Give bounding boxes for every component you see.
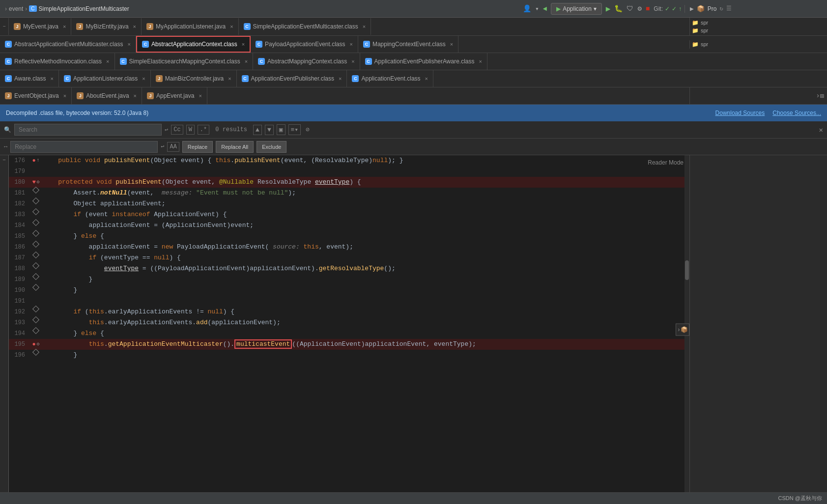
tab-close-applicationevent[interactable]: × <box>425 76 428 82</box>
tab-label-mainbizcontroller: MainBizController.java <box>165 75 224 82</box>
tab-close-mainbizcontroller[interactable]: × <box>228 76 231 82</box>
tab-close-myapplistener[interactable]: × <box>230 24 233 29</box>
search-prev-icon[interactable]: ▲ <box>253 125 262 135</box>
maven-item-1[interactable]: 📁 spr <box>692 19 825 27</box>
tab-abstractappcontext[interactable]: C AbstractApplicationContext.class × <box>136 36 251 53</box>
tab-appevent[interactable]: J AppEvent.java × <box>142 87 207 104</box>
v-scroll-thumb[interactable] <box>685 260 689 280</box>
coverage-icon[interactable]: 🛡 <box>627 5 633 13</box>
tab-applicationevent[interactable]: C ApplicationEvent.class × <box>347 70 433 87</box>
code-line-184: 184 applicationEvent = (ApplicationEvent… <box>9 220 689 231</box>
search-input[interactable] <box>14 124 162 136</box>
breakpoint-176[interactable]: ● ↑ <box>32 155 39 166</box>
tab-icon-payloadappevent: C <box>256 41 262 48</box>
search-options-icon[interactable]: ≡▾ <box>288 124 301 135</box>
replace-input[interactable] <box>10 141 158 153</box>
tab-applicationeventpublisheraware[interactable]: C ApplicationEventPublisherAware.class × <box>360 53 487 70</box>
code-content-180: protected void publishEvent(Object event… <box>41 177 689 188</box>
code-content-189: } <box>41 274 689 285</box>
tab-close-simpleappeventmulticaster[interactable]: × <box>363 24 366 29</box>
build-icon[interactable]: ⚙ <box>637 4 641 13</box>
code-line-191: 191 <box>9 296 689 307</box>
search-undo-icon[interactable]: ↩ <box>165 126 168 134</box>
tab-close-myevent[interactable]: × <box>63 24 66 29</box>
tab-close-aboutevent[interactable]: × <box>134 93 137 99</box>
tab-close-mappingcontextevent[interactable]: × <box>450 41 453 47</box>
stop-icon[interactable]: ■ <box>646 5 650 13</box>
tab-myapplistener[interactable]: J MyApplicationListener.java × <box>142 18 239 35</box>
tab-close-appevent[interactable]: × <box>199 93 201 99</box>
code-line-195: 195 ● ◇ this.getApplicationEventMulticas… <box>9 339 689 350</box>
breakpoint-195[interactable]: ● ◇ <box>32 339 39 350</box>
collapse-left-1[interactable]: − <box>0 18 9 35</box>
maven-item-3[interactable]: 📁 spr <box>692 41 708 48</box>
tab-close-abstractappcontext[interactable]: × <box>242 41 245 47</box>
tab-payloadappevent[interactable]: C PayloadApplicationEvent.class × <box>251 36 358 53</box>
left-strip-collapse[interactable]: − <box>2 157 6 163</box>
tab-close-applicationeventpublisher[interactable]: × <box>339 76 342 82</box>
maven-menu-icon[interactable]: ☰ <box>726 5 732 12</box>
maven-refresh-icon[interactable]: ↻ <box>720 5 723 12</box>
title-bar: › event › C SimpleApplicationEventMultic… <box>0 0 827 18</box>
replace-button[interactable]: Replace <box>182 141 213 153</box>
tab-applicationeventpublisher[interactable]: C ApplicationEventPublisher.class × <box>237 70 347 87</box>
exclude-button[interactable]: Exclude <box>257 141 286 153</box>
tab-applicationlistener[interactable]: C ApplicationListener.class × <box>59 70 151 87</box>
tab-close-eventobject[interactable]: × <box>63 93 66 99</box>
expand-right-icon[interactable]: › <box>816 92 820 100</box>
tab-eventobject[interactable]: J EventObject.java × <box>0 87 72 104</box>
code-content-192: if (this.earlyApplicationEvents != null)… <box>41 307 689 317</box>
run-button[interactable]: ▶ <box>606 4 611 14</box>
replace-undo-icon[interactable]: ↩ <box>161 143 164 150</box>
tab-reflectivemethodinvocation[interactable]: C ReflectiveMethodInvocation.class × <box>0 53 115 70</box>
gutter-diamond-187 <box>32 252 39 258</box>
tab-mappingcontextevent[interactable]: C MappingContextEvent.class × <box>358 36 458 53</box>
tab-row-2: C AbstractApplicationEventMulticaster.cl… <box>0 36 827 53</box>
tab-mybizentity[interactable]: J MyBizEntity.java × <box>71 18 142 35</box>
search-case-icon[interactable]: Cc <box>171 125 183 135</box>
expand-right-icon2[interactable]: ⊞ <box>820 92 824 100</box>
reader-mode-label[interactable]: Reader Mode <box>648 159 684 166</box>
tab-close-reflectivemethodinvocation[interactable]: × <box>106 58 109 64</box>
search-close-button[interactable]: ✕ <box>819 126 823 134</box>
tab-myevent[interactable]: J MyEvent.java × <box>9 18 71 35</box>
tab-close-payloadappevent[interactable]: × <box>350 41 353 47</box>
tab-abstractmappingcontext[interactable]: C AbstractMappingContext.class × <box>253 53 360 70</box>
tab-mainbizcontroller[interactable]: J MainBizController.java × <box>151 70 237 87</box>
maven-collapse-button[interactable]: › 📦 <box>676 324 689 336</box>
search-next-icon[interactable]: ▼ <box>265 125 274 135</box>
search-regex-icon[interactable]: .* <box>198 125 209 135</box>
code-content-188: eventType = ((PayloadApplicationEvent)ap… <box>41 263 689 274</box>
tab-close-aware[interactable]: × <box>50 76 53 82</box>
line-num-180: 180 <box>9 177 31 188</box>
maven-item-2[interactable]: 📁 spr <box>692 27 825 34</box>
code-line-179: 179 <box>9 166 689 177</box>
gutter-194 <box>31 328 41 333</box>
app-dropdown[interactable]: ▶ Application ▾ <box>551 3 602 15</box>
gutter-195: ● ◇ <box>31 339 41 350</box>
tab-close-abstractappeventmulticaster[interactable]: × <box>127 41 130 47</box>
back-icon[interactable]: ◄ <box>543 5 547 13</box>
tab-aware[interactable]: C Aware.class × <box>0 70 59 87</box>
maven-items: 📁 spr 📁 spr <box>689 18 827 35</box>
search-context-icon[interactable]: ▣ <box>277 124 285 135</box>
tab-close-applicationlistener[interactable]: × <box>142 76 145 82</box>
tab-close-simpleelasticsearchmappingcontext[interactable]: × <box>245 58 248 64</box>
tab-icon-myapplistener: J <box>146 23 153 30</box>
maven-expand-icon[interactable]: ▶ <box>690 5 694 13</box>
debug-icon[interactable]: 🐛 <box>614 4 623 13</box>
search-word-icon[interactable]: W <box>186 125 195 135</box>
breakpoint-180[interactable]: ♥ ◇ <box>32 177 39 188</box>
search-filter-icon[interactable]: ⊘ <box>304 125 312 135</box>
download-sources-link[interactable]: Download Sources <box>715 110 765 116</box>
tab-close-abstractmappingcontext[interactable]: × <box>351 58 354 64</box>
tab-abstractappeventmulticaster[interactable]: C AbstractApplicationEventMulticaster.cl… <box>0 36 136 53</box>
tab-close-mybizentity[interactable]: × <box>133 24 136 29</box>
tab-aboutevent[interactable]: J AboutEvent.java × <box>72 87 142 104</box>
choose-sources-link[interactable]: Choose Sources... <box>772 110 821 116</box>
replace-all-button[interactable]: Replace All <box>216 141 254 153</box>
tab-simpleelasticsearchmappingcontext[interactable]: C SimpleElasticsearchMappingContext.clas… <box>115 53 254 70</box>
tab-simpleappeventmulticaster[interactable]: C SimpleApplicationEventMulticaster.clas… <box>239 18 371 35</box>
tab-close-applicationeventpublisheraware[interactable]: × <box>479 58 482 64</box>
replace-case-icon[interactable]: AA <box>167 142 179 152</box>
